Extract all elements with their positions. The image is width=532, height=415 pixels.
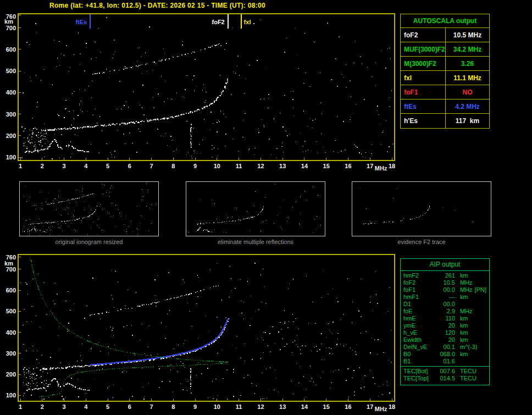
y-axis-tick-label: 700	[6, 25, 16, 31]
aip-row-yme: ymE20km	[401, 322, 489, 329]
x-axis-tick-label: 6	[128, 403, 131, 410]
aip-row-tectop: TEC[Top]014.5TECU	[401, 375, 489, 382]
aip-row-b0: B0068.0km	[401, 351, 489, 358]
x-axis-unit-label: MHz	[375, 406, 387, 412]
x-axis-tick-label: 16	[345, 163, 351, 169]
plot-frame	[18, 254, 395, 401]
x-axis-tick-label: 17	[367, 403, 373, 410]
parameter-label: M(3000)F2	[401, 57, 446, 70]
autoscala-row-m3000f2: M(3000)F23.26	[401, 57, 489, 71]
aip-row-fof1: foF100.0MHz[PN]	[401, 286, 489, 294]
aip-parameter-unit: km	[455, 322, 468, 329]
x-axis-tick-label: 4	[84, 163, 88, 169]
aip-parameter-unit: TECU	[455, 375, 476, 382]
thumbnail-es-layer-trace	[189, 227, 212, 233]
x-axis-tick-label: 3	[62, 403, 65, 410]
x-axis-tick-label: 5	[106, 403, 109, 410]
x-axis-unit-label: MHz	[375, 165, 387, 171]
aip-parameter-name: foE	[403, 308, 434, 315]
top-ionogram-plot: 100200300400500600700760km12345678910111…	[0, 10, 401, 175]
x-axis-tick-label: 15	[323, 403, 330, 410]
x-axis-tick-label: 10	[214, 403, 220, 410]
x-axis-tick-label: 9	[193, 403, 197, 410]
aip-parameter-unit: km	[455, 315, 468, 322]
x-axis-tick-label: 18	[389, 163, 395, 169]
aip-parameter-value: ---	[434, 294, 455, 301]
aip-parameter-value: 00.0	[434, 286, 455, 294]
x-axis-tick-label: 5	[106, 163, 109, 169]
aip-parameter-value: 00.0	[434, 301, 455, 308]
y-axis-tick-label: 100	[6, 392, 16, 399]
parameter-value: 34.2 MHz	[446, 42, 489, 56]
aip-row-fof2: foF210.5MHz	[401, 279, 489, 286]
y-axis-tick-label: 100	[6, 154, 16, 161]
aip-parameter-unit: km	[455, 336, 468, 344]
y-axis-unit-label: km	[4, 260, 13, 267]
aip-parameter-value: 10.5	[434, 279, 455, 286]
x-axis-tick-label: 11	[236, 403, 242, 410]
aip-parameter-value: 2.9	[434, 308, 455, 315]
autoscala-row-fof2: foF210.5 MHz	[401, 28, 489, 42]
y-axis-unit-label: km	[4, 18, 13, 25]
autoscala-output-panel: AUTOSCALA output foF210.5 MHzMUF(3000)F2…	[400, 14, 490, 129]
x-axis-tick-label: 10	[214, 163, 220, 169]
aip-row-hmf1: hmF1---km	[401, 294, 489, 301]
x-axis-tick-label: 2	[41, 163, 44, 169]
aip-parameter-value: 120	[434, 329, 455, 336]
x-axis-tick-label: 2	[41, 403, 44, 410]
thumbnail-plot	[186, 182, 325, 236]
x-axis-tick-label: 7	[150, 403, 153, 410]
aip-parameter-note: [PN]	[475, 286, 486, 294]
aip-parameter-name: hmF2	[403, 272, 434, 279]
y-axis-tick-label: 600	[6, 287, 16, 294]
x-axis-tick-label: 15	[323, 163, 330, 169]
aip-row-tecbot: TEC[Bot]007.6TECU	[401, 368, 489, 375]
parameter-value: 3.26	[446, 57, 489, 70]
aip-parameter-unit: MHz	[455, 286, 473, 294]
autoscala-row-ftes: ftEs4.2 MHz	[401, 99, 489, 114]
aip-parameter-name: B1	[403, 358, 434, 365]
thumbnail-noise-dots	[200, 184, 321, 234]
x-axis-tick-label: 17	[367, 163, 373, 169]
y-axis-tick-label: 300	[6, 111, 16, 118]
aip-parameter-name: DelN_vE	[403, 344, 434, 351]
y-axis-tick-label: 600	[6, 46, 16, 53]
y-axis-tick-label: 300	[6, 350, 16, 357]
x-axis-tick-label: 8	[171, 163, 175, 169]
aip-parameter-value: 007.6	[434, 368, 455, 375]
marker-label-ftEs: ftEs	[75, 19, 87, 25]
aip-parameter-name: TEC[Bot]	[403, 368, 434, 375]
parameter-label: foF1	[401, 85, 446, 99]
aip-parameter-unit: km	[455, 272, 468, 279]
thumbnail-caption: original ionogram resized	[19, 239, 159, 245]
x-axis-tick-label: 3	[62, 163, 65, 169]
aip-parameter-value: 261	[434, 272, 455, 279]
parameter-label: fxl	[401, 71, 446, 85]
thumbnail-f2-ordinary-trace	[363, 206, 430, 224]
x-axis-tick-label: 1	[19, 163, 22, 169]
x-axis-tick-label: 12	[257, 163, 264, 169]
aip-parameter-value: 20	[434, 322, 455, 329]
x-axis-tick-label: 7	[150, 163, 153, 169]
aip-parameter-value: 01.6	[434, 358, 455, 365]
aip-parameter-value: 110	[434, 315, 455, 322]
thumbnail-caption: evidence F2 trace	[352, 239, 491, 245]
x-axis-tick-label: 11	[236, 163, 242, 169]
thumbnail-es-layer-trace	[23, 228, 47, 233]
station-date-time-title: Rome (lat: +41.8, lon: 012.5) - DATE: 20…	[49, 2, 265, 9]
autoscala-output-rows: foF210.5 MHzMUF(3000)F234.2 MHzM(3000)F2…	[401, 28, 489, 128]
parameter-label: ftEs	[401, 99, 446, 113]
aip-row-ewidth: Ewidth20km	[401, 336, 489, 344]
aip-row-b1: B101.6	[401, 358, 489, 365]
parameter-label: h'Es	[401, 114, 446, 128]
aip-parameter-unit: km	[455, 294, 468, 301]
parameter-label: foF2	[401, 28, 446, 42]
aip-parameter-unit: km	[455, 329, 468, 336]
parameter-value: 117 km	[446, 114, 489, 128]
thumbnail-f2-ordinary-trace	[29, 206, 97, 225]
autoscala-application-window: { "header": { "title": "Rome (lat: +41.8…	[0, 0, 532, 415]
autoscala-row-hes: h'Es117 km	[401, 114, 489, 128]
aip-parameter-name: hmF1	[403, 294, 434, 301]
aip-row-delnve: DelN_vE00.1m^(-3)	[401, 344, 489, 351]
aip-parameter-unit: m^(-3)	[455, 344, 477, 351]
